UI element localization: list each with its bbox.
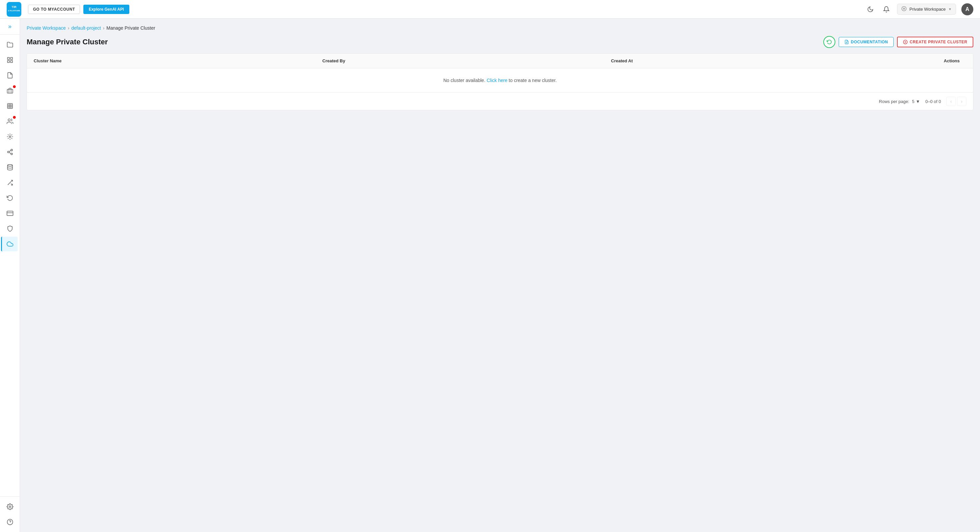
pagination-prev[interactable]: ‹ [947,97,956,106]
svg-point-18 [7,151,9,153]
empty-suffix: to create a new cluster. [509,78,557,83]
svg-point-4 [902,6,906,11]
dark-mode-button[interactable] [865,4,876,15]
main-content: Private Workspace › default-project › Ma… [20,19,980,532]
sidebar-item-dashboard[interactable] [2,53,18,67]
rows-value: 5 [912,99,914,104]
sidebar-item-pipelines[interactable] [2,175,18,190]
svg-text:AI PLATFORM: AI PLATFORM [8,10,20,12]
table-footer: Rows per page: 5 ▼ 0–0 of 0 ‹ › [27,93,973,110]
breadcrumb-workspace[interactable]: Private Workspace [27,25,66,31]
sidebar-item-models[interactable] [2,99,18,113]
col-cluster-name: Cluster Name [33,58,322,63]
svg-point-22 [7,165,12,166]
sidebar-item-registry[interactable] [2,206,18,221]
workspace-label: Private Workspace [909,7,946,12]
sidebar-item-team[interactable] [2,114,18,129]
sidebar-item-datasets[interactable] [2,160,18,175]
avatar[interactable]: A [961,3,973,15]
sidebar: » [0,19,20,532]
svg-rect-25 [7,211,13,215]
breadcrumb-sep1: › [68,25,69,31]
svg-rect-6 [10,58,12,60]
svg-rect-5 [7,58,10,60]
main-header: TIR AI PLATFORM GO TO MYACCOUNT Explore … [0,0,980,19]
header-right: Private Workspace ▼ A [865,3,973,15]
svg-point-16 [9,136,11,138]
svg-rect-10 [7,104,12,109]
col-actions: Actions [900,58,966,63]
svg-line-21 [9,150,11,151]
svg-rect-8 [10,61,12,63]
breadcrumb-sep2: › [103,25,105,31]
logo-icon: TIR AI PLATFORM [7,2,21,17]
breadcrumb: Private Workspace › default-project › Ma… [27,25,973,31]
genai-button[interactable]: Explore GenAI API [83,5,129,14]
sidebar-item-files[interactable] [2,37,18,52]
notification-button[interactable] [881,4,892,15]
sidebar-nav [0,35,20,496]
empty-text: No cluster available. [443,78,485,83]
rows-dropdown-arrow: ▼ [916,99,920,104]
documentation-button[interactable]: DOCUMENTATION [838,37,894,47]
sidebar-item-network[interactable] [2,145,18,159]
jobs-badge [13,85,16,88]
sidebar-item-help[interactable] [2,514,18,529]
rows-per-page-label: Rows per page: [879,99,909,104]
svg-point-19 [11,153,12,155]
page-header: Manage Private Cluster DOCUMENTATION [27,36,973,48]
svg-point-3 [903,8,905,10]
col-created-by: Created By [322,58,611,63]
myaccount-button[interactable]: GO TO MYACCOUNT [28,5,80,14]
team-badge [13,116,16,119]
docs-label: DOCUMENTATION [851,40,888,44]
page-title: Manage Private Cluster [27,38,108,46]
sidebar-item-docs[interactable] [2,68,18,83]
logo-area: TIR AI PLATFORM [7,2,21,17]
empty-link[interactable]: Click here [487,78,508,83]
col-created-at: Created At [611,58,900,63]
sidebar-item-cloud[interactable] [1,237,18,251]
table-header: Cluster Name Created By Created At Actio… [27,54,973,68]
sidebar-bottom [0,496,20,532]
rows-select[interactable]: 5 ▼ [912,99,920,104]
svg-point-15 [8,119,10,121]
svg-rect-9 [7,89,13,93]
pagination-nav: ‹ › [947,97,966,106]
sidebar-item-refresh[interactable] [2,191,18,205]
pagination-next[interactable]: › [957,97,966,106]
cluster-table: Cluster Name Created By Created At Actio… [27,53,973,110]
sidebar-toggle-button[interactable]: » [0,19,20,35]
svg-rect-7 [7,61,10,63]
refresh-button[interactable] [823,36,835,48]
workspace-icon [901,6,907,12]
sidebar-item-security[interactable] [2,221,18,236]
sidebar-item-settings[interactable] [2,499,18,514]
svg-text:TIR: TIR [12,5,17,9]
svg-line-20 [9,152,11,153]
create-cluster-button[interactable]: CREATE PRIVATE CLUSTER [897,37,973,47]
page-actions: DOCUMENTATION CREATE PRIVATE CLUSTER [823,36,973,48]
breadcrumb-project[interactable]: default-project [72,25,101,31]
pagination-range: 0–0 of 0 [925,99,941,104]
rows-per-page: Rows per page: 5 ▼ [879,99,920,104]
table-empty-state: No cluster available. Click here to crea… [27,68,973,93]
app-body: » [0,19,980,532]
svg-point-17 [11,149,12,151]
svg-point-27 [9,506,11,508]
breadcrumb-current: Manage Private Cluster [107,25,155,31]
workspace-selector[interactable]: Private Workspace ▼ [897,4,956,15]
sidebar-item-jobs[interactable] [2,83,18,98]
workspace-dropdown-arrow: ▼ [948,7,952,11]
header-buttons: GO TO MYACCOUNT Explore GenAI API [28,5,129,14]
sidebar-item-compute[interactable] [2,129,18,144]
create-label: CREATE PRIVATE CLUSTER [910,40,967,44]
